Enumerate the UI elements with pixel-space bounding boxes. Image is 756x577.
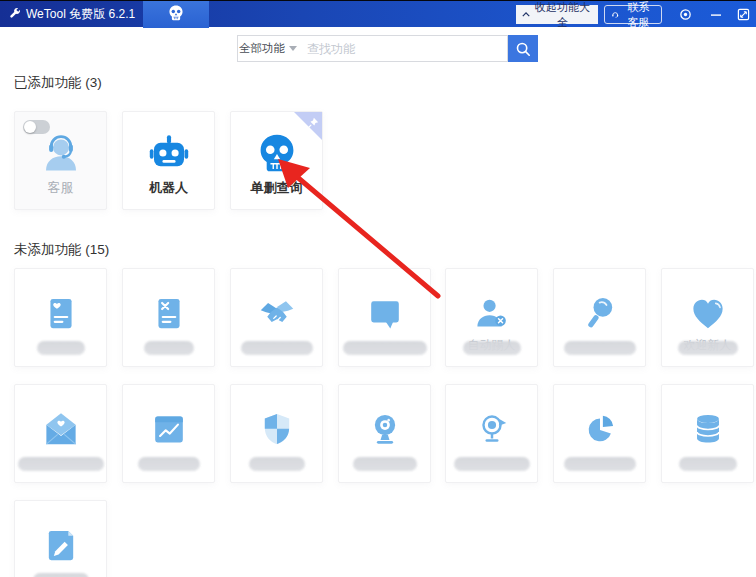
feature-card-doc-x[interactable] — [122, 268, 215, 367]
search-scope-dropdown[interactable]: 全部功能 — [237, 35, 299, 62]
search-input[interactable] — [298, 35, 508, 62]
title-bar: WeTool 免费版 6.2.1 收起功能大全 联系客服 — [0, 0, 756, 27]
chevron-down-icon — [289, 46, 297, 51]
headset-icon — [611, 9, 619, 20]
chart-window-icon — [149, 410, 188, 449]
feature-card-handshake[interactable] — [230, 268, 323, 367]
feature-card-chat-bubble[interactable] — [338, 268, 431, 367]
feature-card-chart-window[interactable] — [122, 384, 215, 483]
redacted-label — [679, 457, 737, 471]
feature-label: 客服 — [15, 179, 106, 197]
feature-card-customer-service[interactable]: 客服 — [14, 111, 107, 210]
person-remove-icon — [472, 294, 511, 333]
chat-bubble-icon — [365, 294, 404, 333]
feature-card-pie-chart[interactable] — [553, 384, 646, 483]
feature-card-globe-sync[interactable] — [445, 384, 538, 483]
redacted-label — [343, 341, 427, 355]
maximize-button[interactable] — [736, 7, 751, 22]
feature-label: 单删查询 — [231, 179, 322, 197]
unadded-features-title: 未添加功能 (15) — [14, 241, 109, 259]
feature-card-mail-heart[interactable] — [14, 384, 107, 483]
wrench-icon — [8, 7, 22, 21]
magnifier-icon — [580, 294, 619, 333]
added-features-title: 已添加功能 (3) — [14, 74, 102, 92]
pin-icon — [307, 115, 319, 127]
redacted-label — [33, 573, 89, 577]
feature-card-heart[interactable]: 欢迎新人 — [661, 268, 754, 367]
redacted-label — [18, 457, 104, 471]
robot-icon — [146, 131, 191, 176]
feature-card-card-heart[interactable] — [14, 268, 107, 367]
redacted-label — [37, 341, 85, 355]
redacted-label — [353, 457, 417, 471]
shield-icon — [257, 410, 296, 449]
contact-support-button[interactable]: 联系客服 — [604, 5, 662, 24]
globe-sync-icon — [472, 410, 511, 449]
redacted-label — [564, 457, 636, 471]
handshake-icon — [257, 294, 296, 333]
wetool-window: WeTool 免费版 6.2.1 收起功能大全 联系客服 全部功能 — [0, 0, 756, 577]
app-title: WeTool 免费版 6.2.1 — [26, 1, 135, 28]
heart-icon — [688, 294, 727, 333]
redacted-label — [241, 341, 313, 355]
redacted-label — [463, 341, 521, 355]
toggle-knob — [24, 121, 36, 133]
feature-card-database[interactable] — [661, 384, 754, 483]
feature-card-note-edit[interactable] — [14, 500, 107, 577]
redacted-label — [454, 457, 530, 471]
feature-card-magnifier[interactable] — [553, 268, 646, 367]
feature-card-skull[interactable]: 单删查询 — [230, 111, 323, 210]
note-edit-icon — [41, 526, 80, 565]
skull-icon — [254, 131, 299, 176]
search-button[interactable] — [508, 35, 538, 62]
feature-card-webcam[interactable] — [338, 384, 431, 483]
database-icon — [688, 410, 727, 449]
settings-gear-icon[interactable] — [678, 7, 693, 22]
search-icon — [515, 41, 531, 57]
redacted-label — [144, 341, 194, 355]
feature-card-person-remove[interactable]: 自动踢人 — [445, 268, 538, 367]
mail-heart-icon — [41, 410, 80, 449]
redacted-label — [564, 341, 636, 355]
skull-avatar-icon — [167, 4, 185, 26]
redacted-label — [138, 457, 200, 471]
customer-service-icon — [38, 131, 83, 176]
collapse-feature-panel-button[interactable]: 收起功能大全 — [516, 5, 598, 24]
feature-card-shield[interactable] — [230, 384, 323, 483]
redacted-label — [678, 341, 738, 355]
session-tab[interactable] — [143, 1, 209, 28]
pie-chart-icon — [580, 410, 619, 449]
feature-label: 机器人 — [123, 179, 214, 197]
chevron-up-icon — [522, 10, 530, 19]
webcam-icon — [365, 410, 404, 449]
redacted-label — [249, 457, 305, 471]
card-heart-icon — [41, 294, 80, 333]
feature-card-robot[interactable]: 机器人 — [122, 111, 215, 210]
doc-x-icon — [149, 294, 188, 333]
minimize-button[interactable] — [708, 7, 723, 22]
